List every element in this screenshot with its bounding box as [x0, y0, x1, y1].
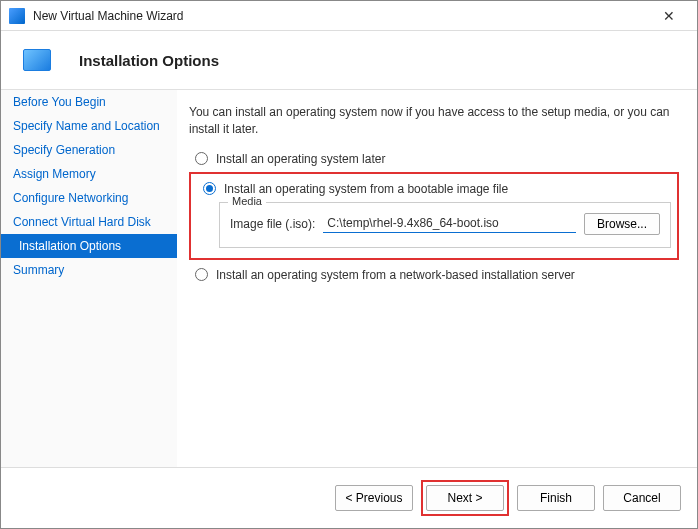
app-icon	[9, 8, 25, 24]
sidebar-item-installation-options[interactable]: Installation Options	[1, 234, 177, 258]
radio-icon	[195, 152, 208, 165]
page-title: Installation Options	[79, 52, 219, 69]
media-legend: Media	[228, 195, 266, 207]
wizard-steps-sidebar: Before You Begin Specify Name and Locati…	[1, 90, 177, 467]
sidebar-item-before-you-begin[interactable]: Before You Begin	[1, 90, 177, 114]
titlebar: New Virtual Machine Wizard ✕	[1, 1, 697, 31]
option-install-later[interactable]: Install an operating system later	[195, 152, 679, 166]
sidebar-item-configure-networking[interactable]: Configure Networking	[1, 186, 177, 210]
wizard-footer: < Previous Next > Finish Cancel	[1, 467, 697, 528]
wizard-icon	[23, 49, 51, 71]
option-label: Install an operating system from a boota…	[224, 182, 508, 196]
radio-icon-selected	[203, 182, 216, 195]
description-text: You can install an operating system now …	[189, 104, 679, 138]
previous-button[interactable]: < Previous	[335, 485, 413, 511]
image-file-row: Image file (.iso): Browse...	[230, 213, 660, 235]
image-file-label: Image file (.iso):	[230, 217, 315, 231]
finish-button[interactable]: Finish	[517, 485, 595, 511]
radio-icon	[195, 268, 208, 281]
sidebar-item-specify-generation[interactable]: Specify Generation	[1, 138, 177, 162]
sidebar-item-assign-memory[interactable]: Assign Memory	[1, 162, 177, 186]
media-fieldset: Media Image file (.iso): Browse...	[219, 202, 671, 248]
main-panel: You can install an operating system now …	[177, 90, 697, 467]
sidebar-item-summary[interactable]: Summary	[1, 258, 177, 282]
sidebar-item-specify-name[interactable]: Specify Name and Location	[1, 114, 177, 138]
cancel-button[interactable]: Cancel	[603, 485, 681, 511]
option-install-from-image[interactable]: Install an operating system from a boota…	[203, 182, 671, 196]
content-area: Before You Begin Specify Name and Locati…	[1, 89, 697, 467]
sidebar-item-connect-vhd[interactable]: Connect Virtual Hard Disk	[1, 210, 177, 234]
highlight-annotation: Install an operating system from a boota…	[189, 172, 679, 260]
browse-button[interactable]: Browse...	[584, 213, 660, 235]
next-button[interactable]: Next >	[426, 485, 504, 511]
close-button[interactable]: ✕	[649, 2, 689, 30]
image-file-input[interactable]	[323, 214, 576, 233]
highlight-annotation-next: Next >	[421, 480, 509, 516]
window-title: New Virtual Machine Wizard	[33, 9, 649, 23]
option-install-from-network[interactable]: Install an operating system from a netwo…	[195, 268, 679, 282]
wizard-header: Installation Options	[1, 31, 697, 89]
option-label: Install an operating system from a netwo…	[216, 268, 575, 282]
option-label: Install an operating system later	[216, 152, 385, 166]
